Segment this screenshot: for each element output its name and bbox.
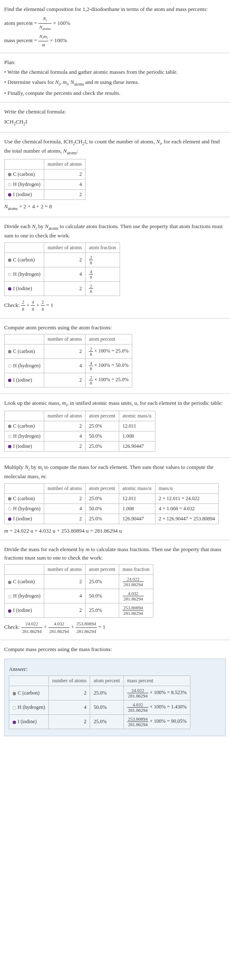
iodine-dot-icon	[8, 193, 11, 197]
atomfrac-intro: Divide each Ni by Natoms to calculate at…	[4, 222, 226, 240]
table-row: C (carbon)228 × 100% = 25.0%	[5, 345, 132, 359]
hydrogen-dot-icon	[8, 435, 11, 438]
molecular-mass-sum: m = 24.022 u + 4.032 u + 253.80894 u = 2…	[4, 527, 226, 535]
table-row: C (carbon)225.0%12.011	[5, 421, 155, 431]
table-row: C (carbon)225.0%24.022281.86294	[5, 575, 153, 589]
plan-bullet-1: • Write the chemical formula and gather …	[4, 68, 226, 76]
atomfrac-check: Check: 28 + 48 + 28 = 1	[4, 299, 226, 313]
count-atoms-section: Use the chemical formula, ICH2CH2I, to c…	[0, 132, 230, 217]
natoms-sum: Natoms = 2 + 4 + 2 = 8	[4, 202, 226, 212]
hydrogen-dot-icon	[8, 183, 11, 186]
iodine-dot-icon	[8, 445, 11, 448]
iodine-dot-icon	[13, 721, 16, 724]
carbon-dot-icon	[8, 350, 11, 353]
carbon-dot-icon	[8, 425, 11, 428]
table-row: H (hydrogen)448	[5, 267, 120, 281]
atom-fraction-section: Divide each Ni by Natoms to calculate at…	[0, 217, 230, 318]
table-row: I (iodine)225.0%126.90447	[5, 442, 155, 452]
atom-percent-section: Compute atom percents using the atom fra…	[0, 318, 230, 394]
table-row: C (carbon)225.0%12.0112 × 12.011 = 24.02…	[5, 493, 219, 503]
mass-percent-section: Compute mass percents using the mass fra…	[0, 640, 230, 659]
iodine-dot-icon	[8, 517, 11, 521]
carbon-dot-icon	[8, 497, 11, 501]
table-row: I (iodine)225.0%126.904472 × 126.90447 =…	[5, 514, 219, 524]
plan-bullet-3: • Finally, compute the percents and chec…	[4, 89, 226, 97]
table-row: I (iodine)2	[5, 189, 86, 199]
table-row: I (iodine)228 × 100% = 25.0%	[5, 373, 132, 388]
hydrogen-dot-icon	[8, 595, 11, 598]
plan-title: Plan:	[4, 58, 226, 67]
atompct-title: Compute atom percents using the atom fra…	[4, 323, 226, 332]
carbon-dot-icon	[13, 692, 16, 695]
answer-title: Answer:	[9, 665, 221, 673]
plan-bullet-2: • Determine values for Ni, mi, Natoms an…	[4, 78, 226, 87]
answer-box: Answer: number of atomsatom percentmass …	[4, 659, 226, 737]
chemical-formula-section: Write the chemical formula: ICH2CH2I	[0, 102, 230, 132]
count-intro: Use the chemical formula, ICH2CH2I, to c…	[4, 137, 226, 156]
iodine-dot-icon	[8, 379, 11, 382]
atomicmass-intro: Look up the atomic mass, mi, in unified …	[4, 399, 226, 408]
table-row: C (carbon)225.0%24.022281.86294 × 100% =…	[9, 686, 190, 700]
hydrogen-dot-icon	[8, 364, 11, 368]
answer-table: number of atomsatom percentmass percent …	[9, 676, 190, 729]
table-row: C (carbon)228	[5, 253, 120, 267]
carbon-dot-icon	[8, 173, 11, 176]
table-row: H (hydrogen)4	[5, 179, 86, 189]
chemical-formula: ICH2CH2I	[4, 118, 226, 127]
carbon-dot-icon	[8, 258, 11, 262]
massfrac-check: Check: 24.022281.86294 + 4.032281.86294 …	[4, 620, 226, 635]
mass-compute-table: number of atomsatom percentatomic mass/u…	[4, 483, 219, 524]
atomic-mass-section: Look up the atomic mass, mi, in unified …	[0, 394, 230, 458]
hydrogen-dot-icon	[8, 507, 11, 511]
iodine-dot-icon	[8, 609, 11, 613]
table-row: I (iodine)225.0%253.80894281.86294 × 100…	[9, 715, 190, 729]
atom-count-table: number of atoms C (carbon)2 H (hydrogen)…	[4, 159, 86, 200]
mass-fraction-section: Divide the mass for each element by m to…	[0, 540, 230, 640]
intro-section: Find the elemental composition for 1,2-d…	[0, 0, 230, 53]
atom-percent-table: number of atomsatom percent C (carbon)22…	[4, 334, 132, 388]
massmult-intro: Multiply Ni by mi to compute the mass fo…	[4, 463, 226, 481]
mass-fraction-table: number of atomsatom percentmass fraction…	[4, 564, 153, 618]
masspct-title: Compute mass percents using the mass fra…	[4, 645, 226, 654]
formula-title: Write the chemical formula:	[4, 108, 226, 116]
carbon-dot-icon	[8, 581, 11, 584]
atom-fraction-table: number of atomsatom fraction C (carbon)2…	[4, 242, 120, 296]
atomic-mass-table: number of atomsatom percentatomic mass/u…	[4, 411, 155, 452]
table-row: C (carbon)2	[5, 169, 86, 179]
plan-section: Plan: • Write the chemical formula and g…	[0, 53, 230, 102]
table-row: H (hydrogen)450.0%4.032281.86294	[5, 589, 153, 603]
iodine-dot-icon	[8, 287, 11, 291]
hydrogen-dot-icon	[8, 273, 11, 276]
mass-compute-section: Multiply Ni by mi to compute the mass fo…	[0, 458, 230, 540]
table-row: I (iodine)228	[5, 281, 120, 296]
table-row: H (hydrogen)450.0%1.0084 × 1.008 = 4.032	[5, 503, 219, 514]
table-row: H (hydrogen)450.0%1.008	[5, 431, 155, 442]
table-row: H (hydrogen)450.0%4.032281.86294 × 100% …	[9, 700, 190, 715]
intro-text: Find the elemental composition for 1,2-d…	[4, 5, 226, 13]
table-row: I (iodine)225.0%253.80894281.86294	[5, 603, 153, 618]
mass-percent-formula: mass percent = Nimim × 100%	[4, 33, 226, 48]
table-row: H (hydrogen)448 × 100% = 50.0%	[5, 359, 132, 373]
atom-percent-formula: atom percent = NiNatoms × 100%	[4, 15, 226, 32]
hydrogen-dot-icon	[13, 706, 16, 710]
massfrac-intro: Divide the mass for each element by m to…	[4, 545, 226, 562]
